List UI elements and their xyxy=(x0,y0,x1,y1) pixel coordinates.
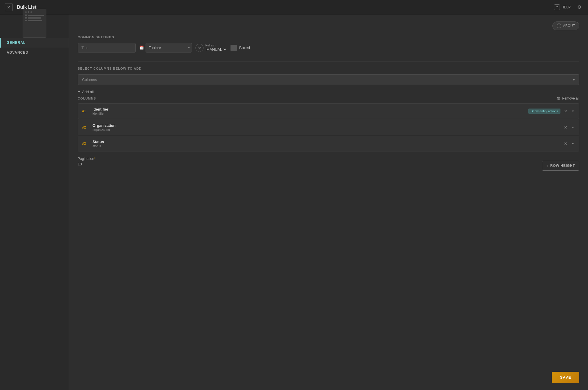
columns-header: COLUMNS 🗑 Remove all xyxy=(78,96,579,100)
col-name-3: Status xyxy=(92,140,563,144)
close-button[interactable]: ✕ xyxy=(5,3,13,11)
col-key-2: organization xyxy=(92,128,563,131)
toolbar-select[interactable]: Toolbar xyxy=(146,43,192,53)
sidebar-item-general[interactable]: GENERAL xyxy=(0,38,69,48)
boxed-wrapper: Boxed xyxy=(231,45,250,51)
pagination-group: Pagination* 10 xyxy=(78,157,536,166)
widget-line-2 xyxy=(25,17,44,19)
toolbar-select-wrapper: 📅 Toolbar ▾ xyxy=(139,43,192,53)
refresh-icon: ↻ xyxy=(195,44,204,52)
show-entity-actions-badge[interactable]: Show entity actions xyxy=(528,109,560,114)
col-close-2[interactable]: ✕ xyxy=(563,124,569,130)
add-all-plus-icon: + xyxy=(78,89,80,94)
bar-2 xyxy=(28,17,41,19)
widget-line-1 xyxy=(25,15,44,16)
remove-all-button[interactable]: 🗑 Remove all xyxy=(557,96,579,100)
row-height-icon: ↕ xyxy=(546,163,549,168)
col-key-1: identifier xyxy=(92,112,528,115)
divider-1 xyxy=(78,61,579,62)
about-icon: i xyxy=(557,24,561,28)
column-row-1: #1 Identifier identifier Show entity act… xyxy=(78,103,579,119)
column-row-2: #2 Organization organization ✕ ▾ xyxy=(78,120,579,135)
boxed-toggle[interactable] xyxy=(231,45,237,51)
help-button[interactable]: ? HELP xyxy=(554,4,571,10)
widget-lines xyxy=(25,15,44,21)
row-height-button[interactable]: ↕ ROW HEIGHT xyxy=(542,161,579,171)
common-settings-label: COMMON SETTINGS xyxy=(78,35,579,39)
refresh-label: Refresh xyxy=(205,44,227,47)
bottom-row: Pagination* 10 ↕ ROW HEIGHT xyxy=(78,157,579,171)
col-number-1: #1 xyxy=(82,109,89,113)
col-chevron-1[interactable]: ▾ xyxy=(571,109,575,114)
page-title: Bulk List xyxy=(17,5,554,10)
row-height-label: ROW HEIGHT xyxy=(550,164,575,168)
col-close-3[interactable]: ✕ xyxy=(563,141,569,147)
close-icon: ✕ xyxy=(7,5,10,10)
col-actions-2: ✕ ▾ xyxy=(563,124,575,130)
col-name-1: Identifier xyxy=(92,107,528,111)
sidebar-item-advanced[interactable]: ADVANCED xyxy=(0,48,69,57)
about-label: ABOUT xyxy=(563,24,575,28)
bullet-3 xyxy=(25,20,27,21)
dot-3 xyxy=(30,11,32,13)
refresh-group: Refresh MANUAL xyxy=(205,44,227,52)
col-chevron-2[interactable]: ▾ xyxy=(571,125,575,130)
pagination-required: * xyxy=(94,157,96,161)
col-number-3: #3 xyxy=(82,142,89,146)
columns-placeholder: Columns xyxy=(82,77,97,82)
col-number-2: #2 xyxy=(82,125,89,129)
bar-3 xyxy=(28,20,42,21)
sidebar: GENERAL ADVANCED xyxy=(0,15,69,390)
col-info-3: Status status xyxy=(92,140,563,148)
main-content: i ABOUT COMMON SETTINGS 📅 Toolbar ▾ ↻ Re… xyxy=(69,15,588,390)
header: ✕ Bulk List ? HELP ⚙ xyxy=(0,0,588,15)
remove-all-label: Remove all xyxy=(562,96,579,100)
trash-icon: 🗑 xyxy=(557,96,560,100)
calendar-icon: 📅 xyxy=(139,46,144,50)
columns-dropdown[interactable]: Columns ▾ xyxy=(78,74,579,85)
col-chevron-3[interactable]: ▾ xyxy=(571,141,575,146)
about-button[interactable]: i ABOUT xyxy=(552,21,579,30)
gear-icon: ⚙ xyxy=(577,4,581,10)
col-info-1: Identifier identifier xyxy=(92,107,528,115)
widget-preview xyxy=(23,9,46,38)
bar-1 xyxy=(28,15,44,16)
title-input[interactable] xyxy=(78,43,136,53)
boxed-label: Boxed xyxy=(239,46,250,50)
bullet-1 xyxy=(25,15,27,16)
column-row-3: #3 Status status ✕ ▾ xyxy=(78,136,579,151)
main-layout: GENERAL ADVANCED i ABOUT COMMON SETTINGS… xyxy=(0,15,588,390)
columns-title: COLUMNS xyxy=(78,97,96,100)
col-close-1[interactable]: ✕ xyxy=(563,108,569,114)
save-button[interactable]: SAVE xyxy=(552,372,579,383)
widget-icon xyxy=(29,20,40,32)
dot-2 xyxy=(28,11,29,13)
widget-dots xyxy=(25,11,44,13)
col-actions-1: Show entity actions ✕ ▾ xyxy=(528,108,575,114)
dot-1 xyxy=(25,11,27,13)
sidebar-nav: GENERAL ADVANCED xyxy=(0,38,69,57)
help-icon: ? xyxy=(554,4,560,10)
col-info-2: Organization organization xyxy=(92,123,563,131)
save-area: SAVE xyxy=(552,372,579,383)
col-actions-3: ✕ ▾ xyxy=(563,141,575,147)
help-label: HELP xyxy=(562,5,571,9)
add-all-label: Add all xyxy=(82,90,94,94)
refresh-wrapper: ↻ Refresh MANUAL xyxy=(195,44,227,52)
pagination-value: 10 xyxy=(78,162,536,166)
col-key-3: status xyxy=(92,144,563,148)
columns-dropdown-arrow: ▾ xyxy=(573,77,575,82)
widget-line-3 xyxy=(25,20,44,21)
pagination-label: Pagination* xyxy=(78,157,536,161)
common-settings-row: 📅 Toolbar ▾ ↻ Refresh MANUAL Boxed xyxy=(78,43,579,53)
add-all-button[interactable]: + Add all xyxy=(78,87,579,96)
col-name-2: Organization xyxy=(92,123,563,128)
select-columns-label: SELECT COLUMNS BELOW TO ADD xyxy=(78,67,579,70)
bullet-2 xyxy=(25,17,27,19)
gear-button[interactable]: ⚙ xyxy=(575,3,583,11)
refresh-select[interactable]: MANUAL xyxy=(205,47,227,52)
